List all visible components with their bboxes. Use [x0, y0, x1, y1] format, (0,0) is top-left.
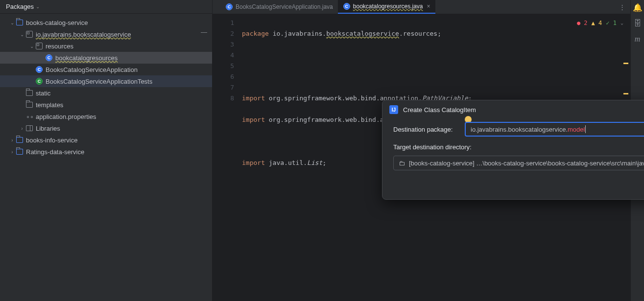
destination-package-input[interactable]: io.javabrains.bookscatalogservice.model …	[465, 122, 644, 137]
tree-resource-templates[interactable]: templates	[0, 99, 212, 111]
tree-subpackage[interactable]: ⌄ resources	[0, 40, 212, 52]
chevron-down-icon[interactable]: ⌄	[9, 20, 16, 25]
tree-module[interactable]: › Ratings-data-service	[0, 146, 212, 158]
dialog-title: Create Class CatalogItem	[403, 106, 644, 114]
tree-package[interactable]: ⌄ io.javabrains.bookscatalogservice —	[0, 28, 212, 40]
close-icon[interactable]: ×	[427, 3, 430, 10]
class-icon: C	[343, 2, 351, 10]
dialog-header: IJ Create Class CatalogItem ✕	[382, 100, 644, 119]
editor-tabs: C BooksCatalogServiceApplication.java C …	[213, 0, 630, 14]
chevron-down-icon[interactable]: ⌄	[19, 32, 25, 37]
ok-badge[interactable]: ✓ 1	[606, 18, 617, 28]
tree-module[interactable]: › books-info-service	[0, 134, 212, 146]
tree-label: books-catalog-service	[26, 19, 88, 26]
package-icon	[35, 42, 43, 50]
package-icon	[25, 30, 33, 38]
inspection-badges[interactable]: ● 2 ▲ 4 ✓ 1 ⌄	[577, 18, 623, 28]
module-icon	[16, 136, 24, 144]
class-icon: C	[35, 66, 43, 73]
warning-badge[interactable]: ▲ 4	[592, 18, 602, 28]
tree-label: io.javabrains.bookscatalogservice	[36, 31, 131, 38]
tree-label: BooksCatalogServiceApplication	[46, 66, 138, 73]
tree-label: templates	[36, 101, 63, 109]
chevron-right-icon[interactable]: ›	[19, 126, 25, 131]
maven-icon[interactable]: m	[635, 35, 641, 44]
module-icon	[16, 148, 24, 156]
line-gutter: 1 2 3 4 5 6 7 8	[213, 14, 242, 301]
library-icon	[25, 124, 33, 132]
tree-file-selected[interactable]: C bookcatalogresources	[0, 52, 212, 64]
database-icon[interactable]: 🗄	[634, 19, 642, 28]
notifications-icon[interactable]: 🔔	[633, 3, 643, 12]
warning-marker[interactable]	[623, 93, 628, 94]
tree-label: books-info-service	[26, 137, 78, 144]
project-tree[interactable]: ⌄ books-catalog-service ⌄ io.javabrains.…	[0, 14, 212, 161]
module-icon	[16, 19, 24, 26]
class-icon: C	[225, 3, 233, 11]
warning-marker[interactable]	[623, 63, 628, 64]
tree-label: application.properties	[36, 113, 96, 120]
create-class-dialog: IJ Create Class CatalogItem ✕ Destinatio…	[382, 100, 644, 200]
tab-label: bookcatalogresources.java	[353, 3, 423, 10]
chevron-down-icon[interactable]: ⌄	[28, 44, 35, 49]
tree-label: bookcatalogresources	[55, 54, 118, 62]
editor-tab[interactable]: C BooksCatalogServiceApplication.java	[220, 0, 338, 14]
tree-resource-static[interactable]: static	[0, 87, 212, 99]
field-label: Destination package:	[393, 126, 465, 133]
tree-file-app[interactable]: C BooksCatalogServiceApplication	[0, 64, 212, 75]
app-icon: IJ	[389, 105, 398, 114]
tree-module-root[interactable]: ⌄ books-catalog-service	[0, 17, 212, 28]
class-icon: C	[45, 54, 53, 62]
folder-icon	[25, 101, 33, 109]
tree-label: resources	[46, 43, 73, 50]
editor-pane: C BooksCatalogServiceApplication.java C …	[213, 0, 630, 301]
tree-resource-props[interactable]: ∘∘ application.properties	[0, 111, 212, 122]
error-badge[interactable]: ● 2	[577, 18, 588, 28]
field-label: Target destination directory:	[393, 143, 644, 151]
tree-file-tests[interactable]: C BooksCatalogServiceApplicationTests	[0, 75, 212, 87]
folder-icon: 🗀	[399, 160, 405, 167]
folder-icon	[25, 89, 33, 97]
chevron-down-icon[interactable]: ⌄	[620, 18, 623, 28]
tree-label: BooksCatalogServiceApplicationTests	[46, 78, 152, 85]
destination-directory-select[interactable]: 🗀 [books-catalog-service] …\books-catalo…	[393, 156, 644, 170]
chevron-right-icon[interactable]: ›	[9, 138, 16, 143]
chevron-right-icon[interactable]: ›	[9, 149, 16, 155]
editor-tab-active[interactable]: C bookcatalogresources.java ×	[338, 0, 435, 14]
tree-label: static	[36, 90, 50, 97]
sidebar-title: Packages	[6, 3, 34, 10]
tab-label: BooksCatalogServiceApplication.java	[236, 3, 333, 10]
tree-label: Libraries	[36, 125, 60, 132]
chevron-down-icon: ⌄	[36, 4, 40, 9]
tree-libraries[interactable]: › Libraries	[0, 122, 212, 134]
sidebar-header[interactable]: Packages ⌄	[0, 0, 212, 14]
project-sidebar: Packages ⌄ ⌄ books-catalog-service ⌄ io.…	[0, 0, 213, 301]
class-icon: C	[35, 77, 43, 85]
tab-menu-icon[interactable]: ⋮	[614, 3, 630, 11]
properties-icon: ∘∘	[25, 113, 33, 120]
minimize-icon[interactable]: —	[201, 28, 207, 36]
tree-label: Ratings-data-service	[26, 148, 84, 156]
